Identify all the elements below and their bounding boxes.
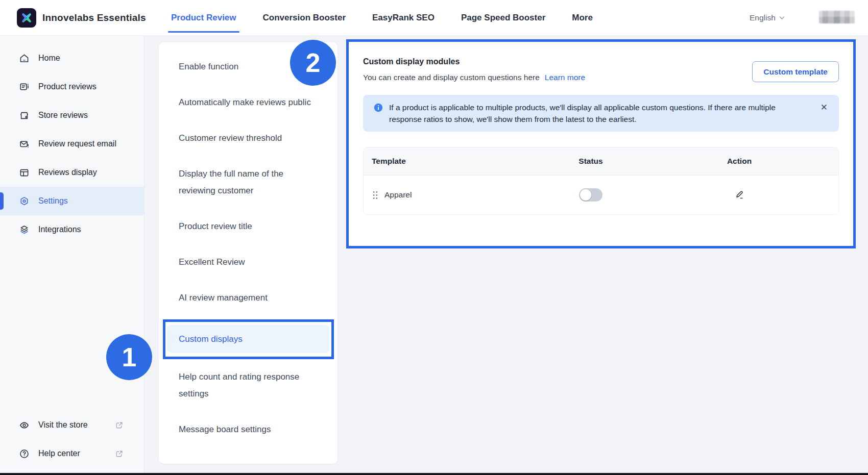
chevron-down-icon bbox=[779, 16, 785, 20]
submenu-item-full-name[interactable]: Display the full name of the reviewing c… bbox=[179, 165, 312, 199]
submenu-item-help-count[interactable]: Help count and rating response settings bbox=[179, 368, 312, 402]
info-alert: If a product is applicable to multiple p… bbox=[363, 95, 839, 132]
sidebar-item-product-reviews[interactable]: Product reviews bbox=[0, 72, 144, 101]
sidebar-item-label: Help center bbox=[38, 449, 80, 458]
window-bottom-edge bbox=[0, 473, 868, 475]
custom-template-button[interactable]: Custom template bbox=[752, 61, 839, 82]
sidebar-footer: Visit the store Help center bbox=[0, 411, 144, 468]
tab-conversion-booster[interactable]: Conversion Booster bbox=[263, 0, 346, 36]
sidebar-item-label: Review request email bbox=[38, 139, 116, 148]
submenu-item-review-threshold[interactable]: Customer review threshold bbox=[179, 130, 312, 146]
page-title: Custom display modules bbox=[363, 57, 585, 66]
alert-message: If a product is applicable to multiple p… bbox=[389, 102, 792, 125]
sidebar-item-integrations[interactable]: Integrations bbox=[0, 215, 144, 244]
edit-pencil-icon[interactable] bbox=[734, 189, 745, 201]
logo-x-icon bbox=[17, 8, 36, 28]
learn-more-link[interactable]: Learn more bbox=[545, 73, 585, 82]
eye-icon bbox=[19, 420, 30, 431]
email-icon bbox=[19, 139, 30, 149]
sidebar-item-reviews-display[interactable]: Reviews display bbox=[0, 158, 144, 187]
column-header-status: Status bbox=[542, 157, 639, 166]
tab-page-speed-booster[interactable]: Page Speed Booster bbox=[461, 0, 545, 36]
layout-icon bbox=[19, 167, 30, 178]
sidebar-item-help-center[interactable]: Help center bbox=[0, 439, 144, 468]
templates-table: Template Status Action Apparel bbox=[363, 147, 839, 215]
product-reviews-icon bbox=[19, 82, 30, 92]
submenu-item-review-title[interactable]: Product review title bbox=[179, 218, 312, 235]
sidebar-nav: Home Product reviews bbox=[0, 36, 144, 244]
sidebar: Home Product reviews bbox=[0, 36, 144, 473]
sidebar-item-label: Product reviews bbox=[38, 82, 97, 91]
custom-display-panel: Custom display modules You can create an… bbox=[349, 42, 853, 246]
tab-easyrank-seo[interactable]: EasyRank SEO bbox=[372, 0, 435, 36]
app-window: Innovelabs Essentials Product Review Con… bbox=[0, 0, 868, 475]
language-selector[interactable]: English bbox=[750, 0, 785, 36]
settings-icon bbox=[19, 196, 30, 207]
submenu-item-custom-displays[interactable]: Custom displays bbox=[167, 325, 329, 353]
brand: Innovelabs Essentials bbox=[17, 8, 146, 28]
external-link-icon bbox=[114, 420, 124, 430]
tab-product-review[interactable]: Product Review bbox=[171, 0, 236, 36]
sidebar-item-label: Settings bbox=[38, 196, 68, 206]
sidebar-item-settings[interactable]: Settings bbox=[0, 187, 144, 215]
column-header-template: Template bbox=[364, 157, 542, 166]
status-toggle-off[interactable] bbox=[579, 188, 602, 202]
active-indicator-bar bbox=[0, 192, 4, 210]
status-cell bbox=[542, 188, 639, 202]
submenu-item-message-board[interactable]: Message board settings bbox=[179, 421, 312, 438]
panel-subtitle-text: You can create and display custom questi… bbox=[363, 73, 540, 82]
drag-handle-icon[interactable] bbox=[373, 191, 378, 199]
table-header-row: Template Status Action bbox=[364, 147, 838, 176]
submenu-item-ai-review[interactable]: AI review management bbox=[179, 289, 312, 306]
settings-submenu: Enable function Automatically make revie… bbox=[159, 42, 337, 464]
top-bar: Innovelabs Essentials Product Review Con… bbox=[0, 0, 868, 36]
panel-subtitle: You can create and display custom questi… bbox=[363, 73, 585, 82]
sidebar-item-label: Reviews display bbox=[38, 168, 97, 177]
store-reviews-icon bbox=[19, 110, 30, 121]
external-link-icon bbox=[114, 449, 124, 459]
sidebar-item-label: Home bbox=[38, 54, 60, 63]
panel-header: Custom display modules You can create an… bbox=[363, 57, 839, 82]
sidebar-item-store-reviews[interactable]: Store reviews bbox=[0, 101, 144, 130]
toggle-knob bbox=[580, 189, 591, 201]
annotation-step-2-badge: 2 bbox=[290, 40, 336, 86]
sidebar-item-label: Integrations bbox=[38, 225, 81, 234]
info-icon bbox=[374, 103, 383, 114]
tab-more[interactable]: More bbox=[572, 0, 593, 36]
column-header-action: Action bbox=[639, 157, 839, 166]
close-icon[interactable]: ✕ bbox=[819, 102, 829, 113]
submenu-item-excellent-review[interactable]: Excellent Review bbox=[179, 254, 312, 270]
top-nav: Product Review Conversion Booster EasyRa… bbox=[171, 0, 593, 36]
template-cell: Apparel bbox=[364, 190, 542, 199]
sidebar-item-label: Visit the store bbox=[38, 420, 88, 430]
sidebar-item-home[interactable]: Home bbox=[0, 44, 144, 72]
help-icon bbox=[19, 448, 30, 459]
submenu-active-wrap: Custom displays bbox=[167, 325, 329, 353]
sidebar-item-visit-store[interactable]: Visit the store bbox=[0, 411, 144, 439]
sidebar-item-label: Store reviews bbox=[38, 111, 88, 120]
layers-icon bbox=[19, 224, 30, 235]
panel-header-text: Custom display modules You can create an… bbox=[363, 57, 585, 82]
submenu-item-auto-public[interactable]: Automatically make reviews public bbox=[179, 94, 312, 111]
action-cell bbox=[639, 189, 839, 201]
app-title: Innovelabs Essentials bbox=[42, 12, 146, 23]
language-label: English bbox=[750, 13, 776, 22]
annotation-box-step2: Custom display modules You can create an… bbox=[346, 39, 856, 248]
user-account-redacted[interactable] bbox=[819, 11, 855, 23]
template-name: Apparel bbox=[384, 190, 412, 199]
table-row: Apparel bbox=[364, 176, 838, 214]
annotation-step-1-badge: 1 bbox=[106, 334, 152, 380]
home-icon bbox=[19, 53, 30, 64]
sidebar-item-review-request-email[interactable]: Review request email bbox=[0, 130, 144, 158]
